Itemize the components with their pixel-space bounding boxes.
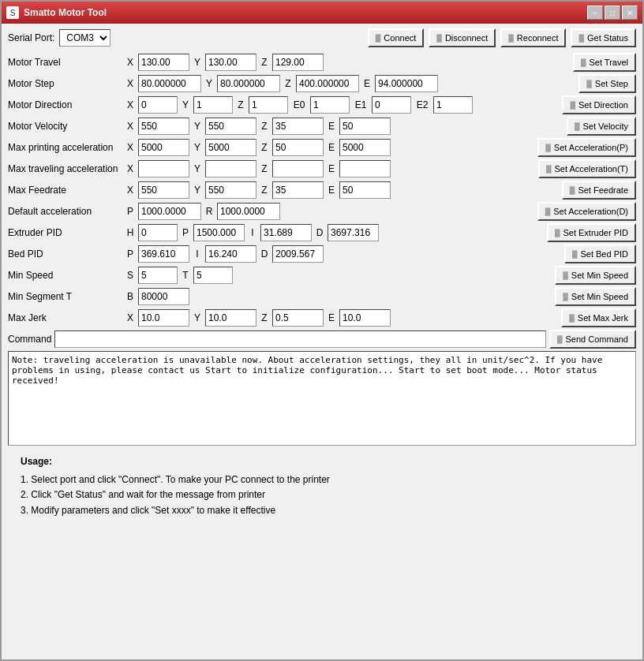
toolbar-row: Serial Port: COM3 COM1 COM2 COM4 Connect…: [8, 28, 636, 47]
motor-step-x-input[interactable]: [138, 75, 201, 92]
max-print-accel-x-input[interactable]: [138, 139, 189, 156]
set-extruder-pid-button[interactable]: Set Extruder PID: [547, 223, 636, 242]
command-row: Command Send Command: [8, 330, 636, 349]
motor-dir-z-input[interactable]: [249, 96, 288, 114]
port-label: Serial Port:: [8, 32, 54, 43]
title-bar-left: S Smatto Motor Tool: [6, 6, 107, 19]
motor-travel-x-input[interactable]: [138, 54, 189, 71]
max-print-accel-row: Max printing acceleration X Y Z E Set Ac…: [8, 138, 636, 157]
bed-pid-p-input[interactable]: [138, 245, 189, 263]
extruder-pid-row: Extruder PID H P I D Set Extruder PID: [8, 223, 636, 242]
get-status-button[interactable]: Get Status: [571, 28, 636, 47]
motor-dir-x-input[interactable]: [138, 96, 178, 114]
usage-step-3: 3. Modify parameters and click "Set xxxx…: [21, 503, 623, 518]
motor-travel-y-input[interactable]: [205, 54, 256, 71]
max-feedrate-y-input[interactable]: [205, 181, 256, 199]
max-travel-accel-z-input[interactable]: [272, 160, 324, 177]
usage-step-1: 1. Select port and click "Connect". To m…: [21, 472, 623, 487]
set-accel-p-button[interactable]: Set Acceleration(P): [537, 138, 636, 157]
max-print-accel-e-input[interactable]: [339, 139, 391, 156]
connect-button[interactable]: Connect: [368, 28, 425, 47]
motor-dir-e1-input[interactable]: [372, 96, 411, 114]
min-segment-label: Min Segment T: [8, 291, 122, 302]
log-area[interactable]: Note: traveling acceleration is unavaila…: [8, 351, 636, 446]
max-feedrate-x-input[interactable]: [138, 181, 189, 199]
window-title: Smatto Motor Tool: [24, 7, 107, 18]
set-min-segment-button[interactable]: Set Min Speed: [555, 287, 636, 306]
max-travel-accel-x-input[interactable]: [138, 160, 189, 177]
motor-vel-x-input[interactable]: [138, 118, 189, 135]
motor-dir-e2-input[interactable]: [433, 96, 473, 114]
max-feedrate-e-input[interactable]: [339, 181, 391, 199]
max-print-accel-y-input[interactable]: [205, 139, 256, 156]
motor-travel-y-group: Y: [192, 54, 256, 71]
app-icon: S: [6, 6, 19, 19]
min-segment-b-input[interactable]: [138, 288, 189, 305]
extruder-pid-d-input[interactable]: [328, 224, 379, 241]
max-jerk-y-input[interactable]: [205, 309, 256, 327]
set-bed-pid-button[interactable]: Set Bed PID: [564, 245, 636, 263]
max-travel-accel-label: Max traveling acceleration: [8, 163, 122, 174]
content-area: Serial Port: COM3 COM1 COM2 COM4 Connect…: [2, 24, 642, 659]
minimize-button[interactable]: −: [587, 6, 603, 20]
max-jerk-x-input[interactable]: [138, 309, 189, 327]
set-min-speed-button[interactable]: Set Min Speed: [555, 266, 636, 285]
set-direction-button[interactable]: Set Direction: [562, 95, 636, 114]
motor-direction-label: Motor Direction: [8, 99, 122, 110]
motor-vel-y-input[interactable]: [205, 118, 256, 135]
extruder-pid-h-input[interactable]: [138, 224, 178, 241]
set-velocity-button[interactable]: Set Velocity: [567, 117, 636, 136]
motor-travel-label: Motor Travel: [8, 57, 122, 68]
send-command-button[interactable]: Send Command: [549, 330, 636, 349]
min-segment-row: Min Segment T B Set Min Speed: [8, 287, 636, 306]
max-feedrate-label: Max Feedrate: [8, 185, 122, 196]
port-select[interactable]: COM3 COM1 COM2 COM4: [59, 29, 110, 47]
set-max-jerk-button[interactable]: Set Max Jerk: [561, 308, 636, 327]
min-speed-s-input[interactable]: [138, 267, 178, 284]
motor-step-y-input[interactable]: [217, 75, 280, 92]
command-input[interactable]: [54, 330, 546, 348]
max-travel-accel-y-input[interactable]: [205, 160, 256, 177]
window-controls: − □ ✕: [587, 6, 638, 20]
motor-dir-y-input[interactable]: [193, 96, 233, 114]
motor-travel-x-group: X: [125, 54, 189, 71]
motor-step-label: Motor Step: [8, 78, 122, 89]
motor-dir-e0-input[interactable]: [310, 96, 350, 114]
max-feedrate-row: Max Feedrate X Y Z E Set Feedrate: [8, 181, 636, 200]
max-travel-accel-e-input[interactable]: [339, 160, 391, 177]
usage-area: Usage: 1. Select port and click "Connect…: [8, 448, 636, 525]
max-feedrate-z-input[interactable]: [272, 181, 324, 199]
min-speed-t-input[interactable]: [193, 267, 233, 284]
max-print-accel-z-input[interactable]: [272, 139, 324, 156]
max-jerk-e-input[interactable]: [339, 309, 391, 327]
title-bar: S Smatto Motor Tool − □ ✕: [2, 2, 642, 24]
max-jerk-row: Max Jerk X Y Z E Set Max Jerk: [8, 308, 636, 327]
command-label: Command: [8, 334, 51, 345]
reconnect-button[interactable]: Reconnect: [500, 28, 566, 47]
usage-title: Usage:: [21, 454, 623, 469]
extruder-pid-p-input[interactable]: [193, 224, 245, 241]
usage-step-2: 2. Click "Get Status" and wait for the m…: [21, 487, 623, 502]
motor-travel-row: Motor Travel X Y Z Set Travel: [8, 53, 636, 72]
motor-step-e-input[interactable]: [375, 75, 438, 92]
bed-pid-d-input[interactable]: [272, 245, 324, 263]
set-travel-button[interactable]: Set Travel: [573, 53, 636, 72]
set-accel-t-button[interactable]: Set Acceleration(T): [538, 159, 636, 178]
set-feedrate-button[interactable]: Set Feedrate: [562, 181, 636, 200]
disconnect-button[interactable]: Disconnect: [429, 28, 496, 47]
set-accel-d-button[interactable]: Set Acceleration(D): [537, 202, 636, 221]
close-button[interactable]: ✕: [622, 6, 638, 20]
default-accel-p-input[interactable]: [138, 203, 201, 220]
bed-pid-i-input[interactable]: [205, 245, 256, 263]
default-accel-r-input[interactable]: [217, 203, 280, 220]
set-step-button[interactable]: Set Step: [578, 74, 636, 93]
motor-step-z-input[interactable]: [296, 75, 359, 92]
max-jerk-z-input[interactable]: [272, 309, 324, 327]
motor-vel-z-input[interactable]: [272, 118, 324, 135]
motor-travel-z-input[interactable]: [272, 54, 324, 71]
extruder-pid-i-input[interactable]: [260, 224, 312, 241]
maximize-button[interactable]: □: [605, 6, 620, 20]
motor-vel-e-input[interactable]: [339, 118, 391, 135]
main-window: S Smatto Motor Tool − □ ✕ Serial Port: C…: [0, 0, 644, 661]
min-speed-row: Min Speed S T Set Min Speed: [8, 266, 636, 285]
